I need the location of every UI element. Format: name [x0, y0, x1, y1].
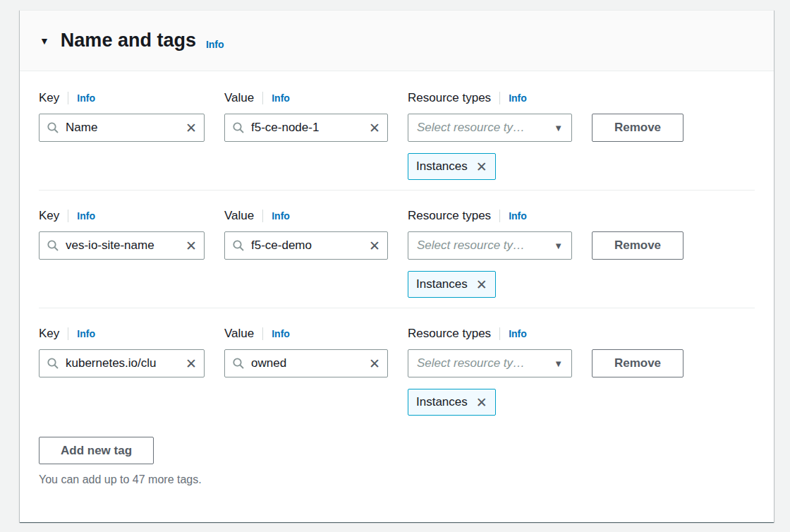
tag-value-input-wrapper: ✕: [224, 114, 388, 142]
tag-key-input-wrapper: ✕: [39, 349, 205, 377]
value-label-group: Value Info: [224, 327, 388, 341]
tag-row-controls: ✕ ✕ Select resource ty… ▼ Remove: [39, 231, 755, 260]
tag-key-input[interactable]: [66, 238, 179, 253]
token-dismiss-icon[interactable]: ✕: [476, 396, 487, 409]
value-info-link[interactable]: Info: [272, 92, 290, 104]
resource-types-placeholder: Select resource ty…: [417, 121, 525, 135]
search-icon: [47, 121, 59, 134]
value-label: Value: [224, 209, 254, 223]
resource-types-select[interactable]: Select resource ty… ▼: [408, 349, 572, 377]
tags-remaining-text: You can add up to 47 more tags.: [39, 473, 755, 486]
tag-row-controls: ✕ ✕ Select resource ty… ▼ Remove: [39, 349, 755, 377]
remove-tag-button[interactable]: Remove: [592, 231, 683, 260]
search-icon: [47, 357, 59, 370]
value-label-group: Value Info: [224, 209, 388, 223]
key-info-link[interactable]: Info: [77, 328, 95, 339]
tag-row-labels: Key Info Value Info Resource types Info: [39, 327, 755, 341]
panel-body: Key Info Value Info Resource types Info: [20, 71, 774, 486]
value-label: Value: [224, 91, 254, 105]
tag-value-input-wrapper: ✕: [224, 231, 388, 260]
clear-key-icon[interactable]: ✕: [186, 357, 197, 370]
label-divider: [68, 210, 68, 222]
resource-type-token-label: Instances: [416, 277, 468, 291]
label-divider: [499, 92, 500, 104]
key-label-group: Key Info: [39, 91, 205, 105]
resource-types-info-link[interactable]: Info: [509, 210, 527, 222]
key-label-group: Key Info: [39, 209, 205, 223]
key-info-link[interactable]: Info: [77, 92, 95, 104]
resource-types-select[interactable]: Select resource ty… ▼: [408, 114, 572, 142]
resource-types-label: Resource types: [408, 327, 491, 341]
value-label: Value: [224, 327, 254, 341]
add-new-tag-button[interactable]: Add new tag: [39, 437, 154, 464]
search-icon: [232, 239, 245, 252]
chevron-down-icon: ▼: [554, 123, 563, 133]
label-divider: [68, 92, 68, 104]
tag-value-input-wrapper: ✕: [224, 349, 388, 377]
panel-info-link[interactable]: Info: [206, 39, 224, 50]
key-info-link[interactable]: Info: [77, 210, 95, 222]
clear-value-icon[interactable]: ✕: [369, 239, 380, 253]
resource-types-select[interactable]: Select resource ty… ▼: [408, 231, 572, 260]
resource-types-placeholder: Select resource ty…: [417, 238, 525, 253]
tag-value-input[interactable]: [251, 121, 363, 135]
label-divider: [499, 327, 500, 340]
resource-types-label-group: Resource types Info: [408, 327, 572, 341]
value-info-link[interactable]: Info: [272, 210, 290, 222]
resource-types-label-group: Resource types Info: [408, 209, 572, 223]
panel-header: ▼ Name and tags Info: [20, 11, 774, 71]
search-icon: [232, 357, 245, 370]
resource-type-chips: Instances ✕: [408, 389, 755, 416]
tag-row: Key Info Value Info Resource types Info: [39, 191, 755, 308]
value-info-link[interactable]: Info: [272, 328, 290, 339]
label-divider: [499, 210, 500, 222]
resource-type-chips: Instances ✕: [408, 153, 755, 180]
key-label: Key: [39, 327, 59, 341]
resource-type-token: Instances ✕: [408, 271, 496, 298]
panel-title: Name and tags: [61, 30, 196, 52]
tag-row-labels: Key Info Value Info Resource types Info: [39, 209, 755, 223]
tag-key-input[interactable]: [66, 356, 179, 370]
label-divider: [262, 210, 263, 222]
remove-tag-button[interactable]: Remove: [592, 114, 683, 142]
resource-type-token-label: Instances: [416, 395, 468, 409]
key-label: Key: [39, 209, 59, 223]
key-label: Key: [39, 91, 59, 105]
tag-key-input[interactable]: [66, 121, 179, 135]
chevron-down-icon: ▼: [554, 358, 563, 369]
resource-type-token: Instances ✕: [408, 389, 496, 416]
tag-key-input-wrapper: ✕: [39, 231, 205, 260]
clear-value-icon[interactable]: ✕: [369, 121, 380, 135]
resource-type-chips: Instances ✕: [408, 271, 755, 298]
search-icon: [232, 121, 245, 134]
resource-types-label: Resource types: [408, 91, 491, 105]
tag-row-labels: Key Info Value Info Resource types Info: [39, 91, 755, 105]
tag-value-input[interactable]: [251, 238, 363, 253]
label-divider: [262, 92, 263, 104]
label-divider: [262, 327, 263, 340]
tag-row: Key Info Value Info Resource types Info: [39, 308, 755, 425]
token-dismiss-icon[interactable]: ✕: [476, 160, 487, 174]
resource-types-info-link[interactable]: Info: [509, 92, 527, 104]
resource-types-info-link[interactable]: Info: [509, 328, 527, 339]
name-and-tags-panel: ▼ Name and tags Info Key Info Value Info…: [20, 10, 774, 522]
resource-types-placeholder: Select resource ty…: [417, 356, 525, 370]
clear-value-icon[interactable]: ✕: [369, 357, 380, 370]
key-label-group: Key Info: [39, 327, 205, 341]
collapse-arrow-icon[interactable]: ▼: [40, 36, 49, 46]
resource-type-token: Instances ✕: [408, 153, 496, 180]
label-divider: [68, 327, 68, 340]
clear-key-icon[interactable]: ✕: [186, 239, 197, 253]
search-icon: [47, 239, 59, 252]
chevron-down-icon: ▼: [554, 241, 563, 251]
remove-tag-button[interactable]: Remove: [592, 349, 683, 377]
token-dismiss-icon[interactable]: ✕: [476, 278, 487, 291]
resource-types-label-group: Resource types Info: [408, 91, 572, 105]
tags-footer: Add new tag You can add up to 47 more ta…: [39, 425, 755, 486]
value-label-group: Value Info: [224, 91, 388, 105]
resource-type-token-label: Instances: [416, 159, 468, 174]
tag-key-input-wrapper: ✕: [39, 114, 205, 142]
clear-key-icon[interactable]: ✕: [186, 121, 197, 135]
tag-value-input[interactable]: [251, 356, 363, 370]
tag-row-controls: ✕ ✕ Select resource ty… ▼ Remove: [39, 114, 755, 142]
